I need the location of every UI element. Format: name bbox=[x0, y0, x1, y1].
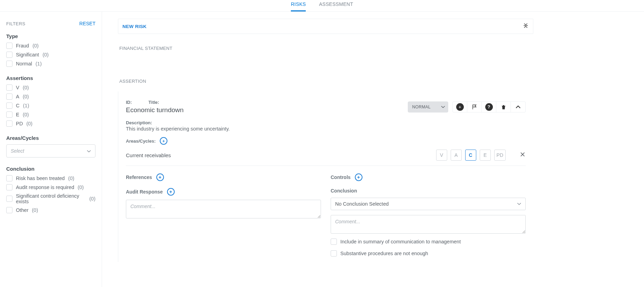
risk-type-select[interactable]: NORMAL bbox=[408, 101, 448, 113]
chevron-up-icon bbox=[516, 105, 521, 109]
trash-icon bbox=[501, 104, 506, 110]
plus-icon: + bbox=[456, 103, 464, 111]
filter-concl-other[interactable]: Other (0) bbox=[6, 207, 95, 213]
filter-type-normal[interactable]: Normal (1) bbox=[6, 61, 95, 67]
risk-card: ID: Title: Economic turndown NORMAL + bbox=[118, 91, 533, 262]
checkbox-deficiency[interactable] bbox=[6, 196, 12, 202]
checkbox-treated[interactable] bbox=[6, 175, 12, 181]
left-column: References + Audit Response + bbox=[126, 173, 321, 259]
remove-cycle-button[interactable] bbox=[519, 151, 526, 159]
include-summary-row[interactable]: Include in summary of communication to m… bbox=[331, 239, 526, 245]
description-label: Description: bbox=[126, 120, 526, 125]
checkbox-label: Normal bbox=[16, 61, 32, 66]
filter-concl-treated[interactable]: Risk has been treated (0) bbox=[6, 175, 95, 181]
tab-risks[interactable]: RISKS bbox=[291, 1, 306, 11]
assertion-e[interactable]: E bbox=[480, 150, 491, 161]
audit-response-label: Audit Response bbox=[126, 189, 163, 195]
checkbox-count: (0) bbox=[43, 52, 49, 57]
checkbox-a[interactable] bbox=[6, 93, 12, 100]
references-label: References bbox=[126, 174, 152, 180]
risk-type-value: NORMAL bbox=[412, 105, 431, 109]
assertion-v[interactable]: V bbox=[436, 150, 447, 161]
filter-type-fraud[interactable]: Fraud (0) bbox=[6, 43, 95, 49]
filter-type-significant[interactable]: Significant (0) bbox=[6, 52, 95, 58]
checkbox-normal[interactable] bbox=[6, 61, 12, 67]
new-risk-bar: NEW RISK bbox=[118, 19, 533, 34]
checkbox-c[interactable] bbox=[6, 102, 12, 109]
chevron-down-icon bbox=[87, 148, 91, 154]
filter-group-conclusion: Conclusion Risk has been treated (0) Aud… bbox=[6, 166, 95, 213]
add-reference-button[interactable]: + bbox=[156, 173, 164, 181]
close-icon bbox=[519, 151, 526, 158]
checkbox-e[interactable] bbox=[6, 111, 12, 118]
checkbox-other[interactable] bbox=[6, 207, 12, 213]
checkbox-count: (1) bbox=[23, 103, 29, 108]
collapse-button[interactable] bbox=[511, 102, 525, 112]
checkbox-count: (0) bbox=[26, 121, 33, 126]
add-audit-response-button[interactable]: + bbox=[167, 188, 175, 196]
checkbox-fraud[interactable] bbox=[6, 43, 12, 49]
checkbox-count: (0) bbox=[32, 207, 38, 213]
include-summary-label: Include in summary of communication to m… bbox=[340, 239, 461, 244]
checkbox-count: (0) bbox=[77, 185, 84, 190]
checkbox-label: PD bbox=[16, 121, 23, 126]
risk-id-label: ID: bbox=[126, 100, 132, 105]
checkbox-count: (0) bbox=[33, 43, 39, 48]
checkbox-label: Other bbox=[16, 207, 28, 213]
checkbox-label: Fraud bbox=[16, 43, 29, 48]
checkbox-label: A bbox=[16, 94, 19, 99]
filter-assert-v[interactable]: V (0) bbox=[6, 84, 95, 91]
collapse-all-icon[interactable] bbox=[523, 23, 529, 30]
include-summary-checkbox[interactable] bbox=[331, 239, 337, 245]
filter-group-areas: Areas/Cycles Select bbox=[6, 135, 95, 158]
checkbox-count: (0) bbox=[23, 85, 29, 90]
tab-assessment[interactable]: ASSESSMENT bbox=[319, 1, 353, 11]
filter-group-assertions: Assertions V (0) A (0) C (1) bbox=[6, 75, 95, 127]
checkbox-label: V bbox=[16, 85, 19, 90]
filter-group-type: Type Fraud (0) Significant (0) Normal (1… bbox=[6, 33, 95, 67]
assertion-a[interactable]: A bbox=[451, 150, 462, 161]
chevron-down-icon bbox=[441, 106, 445, 108]
checkbox-count: (0) bbox=[23, 94, 29, 99]
filter-assert-c[interactable]: C (1) bbox=[6, 102, 95, 109]
filter-assert-e[interactable]: E (0) bbox=[6, 111, 95, 118]
conclusion-select[interactable]: No Conclusion Selected bbox=[331, 198, 526, 210]
flag-button[interactable] bbox=[467, 102, 482, 112]
checkbox-label: E bbox=[16, 112, 19, 117]
risk-title: Economic turndown bbox=[126, 106, 184, 114]
substantive-row[interactable]: Substantive procedures are not enough bbox=[331, 250, 526, 257]
filter-assert-a[interactable]: A (0) bbox=[6, 93, 95, 100]
substantive-label: Substantive procedures are not enough bbox=[340, 251, 428, 256]
right-column: Controls + Conclusion No Conclusion Sele… bbox=[331, 173, 526, 259]
audit-comment-input[interactable] bbox=[126, 200, 321, 218]
filter-concl-audit[interactable]: Audit response is required (0) bbox=[6, 184, 95, 190]
checkbox-audit[interactable] bbox=[6, 184, 12, 190]
areas-select[interactable]: Select bbox=[6, 144, 95, 158]
areas-select-placeholder: Select bbox=[11, 148, 24, 154]
assertion-buttons: V A C E PD bbox=[436, 150, 506, 161]
checkbox-label: Significant control deficiency exists bbox=[16, 193, 86, 204]
filters-title: FILTERS bbox=[6, 21, 25, 26]
assertion-c[interactable]: C bbox=[465, 150, 476, 161]
filter-assert-pd[interactable]: PD (0) bbox=[6, 120, 95, 127]
checkbox-significant[interactable] bbox=[6, 52, 12, 58]
reset-button[interactable]: RESET bbox=[79, 21, 95, 26]
checkbox-pd[interactable] bbox=[6, 120, 12, 127]
checkbox-v[interactable] bbox=[6, 84, 12, 91]
new-risk-button[interactable]: NEW RISK bbox=[122, 24, 147, 29]
checkbox-count: (0) bbox=[89, 196, 95, 201]
add-button[interactable]: + bbox=[453, 102, 467, 112]
help-button[interactable]: ? bbox=[482, 102, 496, 112]
add-area-button[interactable]: + bbox=[160, 137, 167, 145]
filter-concl-deficiency[interactable]: Significant control deficiency exists (0… bbox=[6, 193, 95, 204]
section-assertion: ASSERTION bbox=[119, 79, 532, 84]
substantive-checkbox[interactable] bbox=[331, 250, 337, 257]
checkbox-label: C bbox=[16, 103, 19, 108]
checkbox-count: (0) bbox=[68, 176, 74, 181]
conclusion-comment-input[interactable] bbox=[331, 215, 526, 234]
assertion-pd[interactable]: PD bbox=[494, 150, 506, 161]
group-title-assertions: Assertions bbox=[6, 75, 95, 81]
checkbox-label: Audit response is required bbox=[16, 185, 74, 190]
add-control-button[interactable]: + bbox=[355, 173, 362, 181]
delete-button[interactable] bbox=[496, 102, 511, 112]
